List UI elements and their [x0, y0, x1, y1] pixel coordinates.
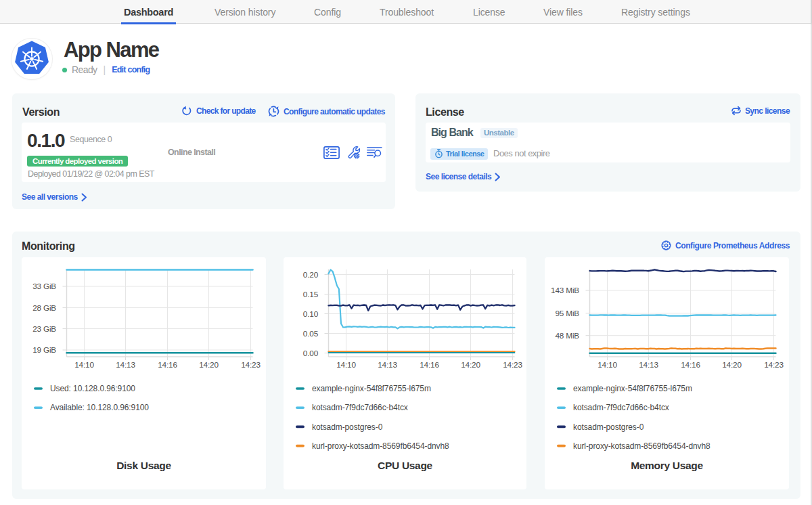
svg-text:Disk Usage: Disk Usage	[116, 460, 171, 471]
svg-text:CPU Usage: CPU Usage	[378, 460, 433, 471]
svg-text:kotsadm-7f9dc7d66c-b4tcx: kotsadm-7f9dc7d66c-b4tcx	[312, 403, 408, 412]
svg-text:14:10: 14:10	[597, 360, 617, 370]
svg-text:14:23: 14:23	[241, 360, 261, 370]
svg-text:14:16: 14:16	[681, 360, 700, 370]
svg-text:kotsadm-postgres-0: kotsadm-postgres-0	[312, 422, 383, 432]
svg-text:example-nginx-54f8f76755-l675m: example-nginx-54f8f76755-l675m	[573, 384, 692, 393]
svg-text:14:20: 14:20	[722, 360, 742, 370]
svg-text:14:23: 14:23	[764, 360, 784, 370]
svg-text:14:16: 14:16	[158, 360, 177, 370]
svg-text:kotsadm-postgres-0: kotsadm-postgres-0	[573, 422, 644, 432]
svg-text:14:20: 14:20	[199, 360, 219, 370]
svg-text:kurl-proxy-kotsadm-8569fb6454-: kurl-proxy-kotsadm-8569fb6454-dnvh8	[312, 441, 449, 451]
svg-text:19 GiB: 19 GiB	[32, 345, 56, 355]
svg-text:0.10: 0.10	[303, 309, 319, 319]
svg-text:143 MiB: 143 MiB	[551, 286, 579, 295]
svg-text:14:20: 14:20	[461, 360, 480, 370]
svg-text:14:23: 14:23	[503, 360, 522, 370]
svg-text:example-nginx-54f8f76755-l675m: example-nginx-54f8f76755-l675m	[312, 384, 431, 393]
svg-text:95 MiB: 95 MiB	[555, 309, 579, 318]
svg-text:23 GiB: 23 GiB	[32, 324, 56, 334]
svg-text:14:13: 14:13	[378, 360, 397, 370]
svg-text:0.00: 0.00	[303, 349, 319, 358]
svg-text:28 GiB: 28 GiB	[32, 303, 56, 313]
svg-text:33 GiB: 33 GiB	[32, 282, 56, 291]
svg-text:14:13: 14:13	[116, 360, 135, 370]
svg-text:kotsadm-7f9dc7d66c-b4tcx: kotsadm-7f9dc7d66c-b4tcx	[573, 403, 669, 412]
svg-text:0.05: 0.05	[303, 329, 319, 338]
svg-text:Available: 10.128.0.96:9100: Available: 10.128.0.96:9100	[50, 403, 149, 412]
svg-text:0.15: 0.15	[303, 290, 319, 299]
svg-text:Used: 10.128.0.96:9100: Used: 10.128.0.96:9100	[50, 384, 135, 393]
svg-text:kurl-proxy-kotsadm-8569fb6454-: kurl-proxy-kotsadm-8569fb6454-dnvh8	[573, 441, 710, 451]
svg-text:Memory Usage: Memory Usage	[631, 460, 703, 471]
svg-text:14:13: 14:13	[639, 360, 658, 370]
svg-text:0.20: 0.20	[303, 270, 319, 280]
svg-text:14:10: 14:10	[336, 360, 356, 370]
svg-text:14:10: 14:10	[74, 360, 94, 370]
svg-text:14:16: 14:16	[420, 360, 439, 370]
svg-text:48 MiB: 48 MiB	[555, 331, 579, 341]
